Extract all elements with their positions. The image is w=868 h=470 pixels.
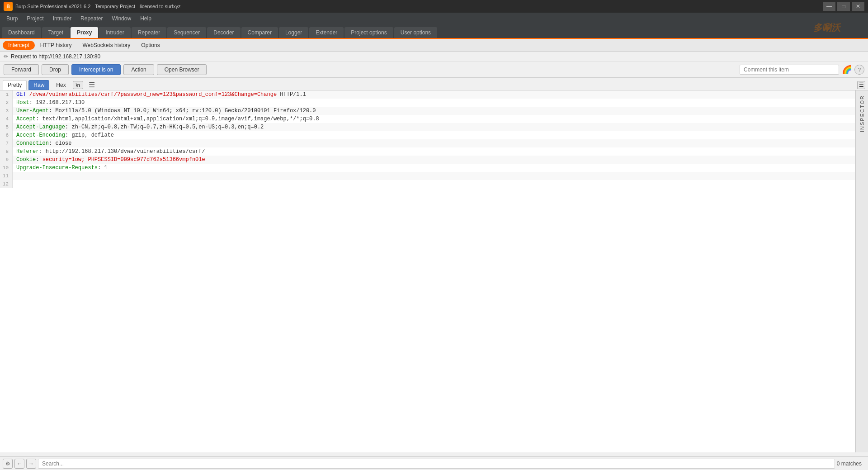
menu-item-help[interactable]: Help: [136, 14, 156, 23]
line-number: 2: [0, 99, 13, 107]
sub-tab-http-history[interactable]: HTTP history: [35, 41, 77, 50]
table-row: 12: [0, 180, 855, 188]
main-tab-repeater[interactable]: Repeater: [132, 27, 166, 38]
tab-pretty[interactable]: Pretty: [3, 80, 27, 90]
app-logo: B: [4, 2, 13, 11]
line-number: 12: [0, 180, 13, 188]
main-tab-sequencer[interactable]: Sequencer: [167, 27, 206, 38]
table-row: 9Cookie: security=low; PHPSESSID=009sc97…: [0, 156, 855, 164]
edit-icon: ✏: [4, 53, 8, 60]
table-row: 2Host: 192.168.217.130: [0, 99, 855, 107]
action-button[interactable]: Action: [123, 64, 154, 75]
table-row: 10Upgrade-Insecure-Requests: 1: [0, 164, 855, 172]
main-tab-comparer[interactable]: Comparer: [241, 27, 278, 38]
code-editor[interactable]: 1GET /dvwa/vulnerabilities/csrf/?passwor…: [0, 90, 855, 452]
tab-hex[interactable]: Hex: [51, 80, 71, 90]
line-number: 1: [0, 90, 13, 99]
hamburger-button[interactable]: ☰: [87, 80, 97, 90]
line-number: 6: [0, 131, 13, 139]
forward-nav-button[interactable]: →: [26, 459, 36, 469]
table-row: 11: [0, 172, 855, 180]
close-button[interactable]: ✕: [852, 2, 864, 11]
menu-item-project[interactable]: Project: [22, 14, 48, 23]
table-row: 4Accept: text/html,application/xhtml+xml…: [0, 115, 855, 123]
menu-item-repeater[interactable]: Repeater: [76, 14, 107, 23]
main-tabs: DashboardTargetProxyIntruderRepeaterSequ…: [0, 24, 868, 39]
menu-item-burp[interactable]: Burp: [2, 14, 22, 23]
table-row: 7Connection: close: [0, 139, 855, 147]
request-url: Request to http://192.168.217.130:80: [11, 53, 100, 60]
content-area: 1GET /dvwa/vulnerabilities/csrf/?passwor…: [0, 90, 868, 452]
tab-raw[interactable]: Raw: [28, 80, 49, 90]
table-row: 6Accept-Encoding: gzip, deflate: [0, 131, 855, 139]
table-row: 5Accept-Language: zh-CN,zh;q=0.8,zh-TW;q…: [0, 123, 855, 131]
line-number: 8: [0, 147, 13, 156]
main-tab-target[interactable]: Target: [42, 27, 70, 38]
line-number: 10: [0, 164, 13, 172]
main-tab-user-options[interactable]: User options: [394, 27, 437, 38]
matches-label: 0 matches: [837, 461, 865, 467]
menu-item-window[interactable]: Window: [107, 14, 136, 23]
main-tab-dashboard[interactable]: Dashboard: [2, 27, 41, 38]
request-label: ✏ Request to http://192.168.217.130:80: [0, 52, 868, 62]
window-controls: — □ ✕: [823, 2, 864, 11]
forward-button[interactable]: Forward: [4, 64, 39, 75]
sub-tab-intercept[interactable]: Intercept: [3, 41, 35, 50]
drop-button[interactable]: Drop: [42, 64, 69, 75]
line-number: 4: [0, 115, 13, 123]
app-title: Burp Suite Professional v2021.6.2 - Temp…: [15, 4, 180, 9]
menubar: BurpProjectIntruderRepeaterWindowHelp: [0, 13, 868, 24]
table-row: 8Referer: http://192.168.217.130/dvwa/vu…: [0, 147, 855, 156]
sub-tab-options[interactable]: Options: [136, 41, 165, 50]
open-browser-button[interactable]: Open Browser: [157, 64, 207, 75]
tab-n[interactable]: \n: [73, 81, 83, 89]
line-number: 5: [0, 123, 13, 131]
titlebar: B Burp Suite Professional v2021.6.2 - Te…: [0, 0, 868, 13]
rainbow-icon: 🌈: [842, 65, 852, 75]
main-tab-intruder[interactable]: Intruder: [99, 27, 130, 38]
main-tab-proxy[interactable]: Proxy: [71, 27, 98, 38]
settings-button[interactable]: ⚙: [3, 459, 13, 469]
maximize-button[interactable]: □: [837, 2, 850, 11]
help-button[interactable]: ?: [854, 65, 864, 75]
comment-input[interactable]: [740, 65, 839, 75]
line-number: 9: [0, 156, 13, 164]
line-number: 7: [0, 139, 13, 147]
sub-tab-websockets-history[interactable]: WebSockets history: [77, 41, 136, 50]
back-button[interactable]: ←: [14, 459, 24, 469]
line-number: 11: [0, 172, 13, 180]
table-row: 3User-Agent: Mozilla/5.0 (Windows NT 10.…: [0, 107, 855, 115]
toolbar: Forward Drop Intercept is on Action Open…: [0, 62, 868, 78]
minimize-button[interactable]: —: [823, 2, 835, 11]
editor-tabs: Pretty Raw Hex \n ☰ ☰: [0, 78, 868, 90]
inspector-panel: INSPECTOR: [855, 90, 868, 452]
main-tab-logger[interactable]: Logger: [279, 27, 308, 38]
main-tab-extender[interactable]: Extender: [309, 27, 344, 38]
line-number: 3: [0, 107, 13, 115]
main-tab-project-options[interactable]: Project options: [344, 27, 393, 38]
inspector-label: INSPECTOR: [859, 95, 865, 132]
table-row: 1GET /dvwa/vulnerabilities/csrf/?passwor…: [0, 90, 855, 99]
intercept-button[interactable]: Intercept is on: [71, 64, 121, 75]
main-tab-decoder[interactable]: Decoder: [207, 27, 240, 38]
search-input[interactable]: [38, 459, 835, 469]
inspector-toggle[interactable]: ☰: [857, 81, 865, 89]
menu-item-intruder[interactable]: Intruder: [48, 14, 76, 23]
bottom-bar: ⚙ ← → 0 matches: [0, 456, 868, 470]
sub-tabs: InterceptHTTP historyWebSockets historyO…: [0, 39, 868, 52]
